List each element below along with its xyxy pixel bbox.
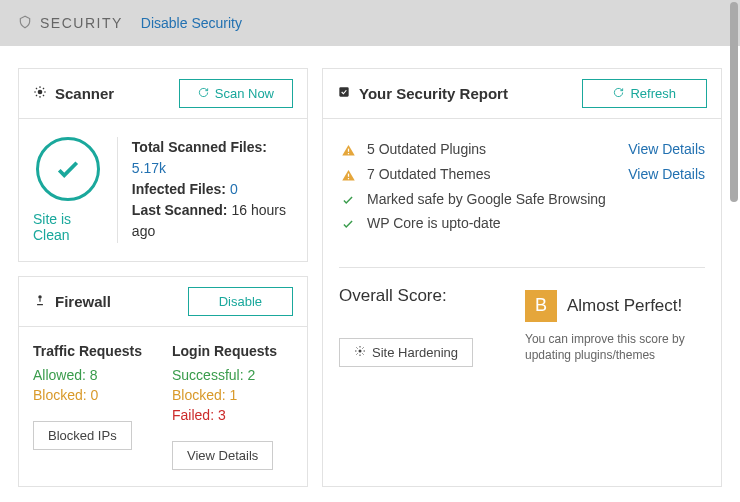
shield-icon	[18, 15, 32, 32]
firewall-title: Firewall	[33, 293, 111, 310]
traffic-allowed: Allowed: 8	[33, 367, 154, 383]
topbar: SECURITY Disable Security	[0, 0, 740, 46]
report-item: 7 Outdated ThemesView Details	[339, 162, 705, 187]
svg-point-7	[359, 350, 362, 353]
disable-firewall-button[interactable]: Disable	[188, 287, 293, 316]
report-icon	[337, 85, 351, 102]
site-hardening-button[interactable]: Site Hardening	[339, 338, 473, 367]
login-blocked: Blocked: 1	[172, 387, 293, 403]
report-item: WP Core is upto-date	[339, 211, 705, 235]
check-icon	[339, 193, 357, 207]
divider	[339, 267, 705, 268]
report-item-text: 7 Outdated Themes	[367, 166, 628, 182]
blocked-ips-button[interactable]: Blocked IPs	[33, 421, 132, 450]
scan-now-button[interactable]: Scan Now	[179, 79, 293, 108]
svg-rect-3	[347, 149, 348, 152]
site-status: Site is Clean	[33, 211, 103, 243]
report-item-text: WP Core is upto-date	[367, 215, 705, 231]
grade-text: Almost Perfect!	[567, 296, 682, 316]
check-icon	[339, 217, 357, 231]
refresh-button[interactable]: Refresh	[582, 79, 707, 108]
svg-rect-2	[339, 87, 348, 96]
report-item-text: Marked safe by Google Safe Browsing	[367, 191, 705, 207]
view-details-link[interactable]: View Details	[628, 141, 705, 157]
overall-score-label: Overall Score:	[339, 286, 503, 306]
total-scanned-value[interactable]: 5.17k	[132, 158, 293, 179]
grade-badge: B	[525, 290, 557, 322]
refresh-icon	[198, 86, 209, 101]
scanner-icon	[33, 85, 47, 102]
report-item: Marked safe by Google Safe Browsing	[339, 187, 705, 211]
traffic-blocked: Blocked: 0	[33, 387, 154, 403]
svg-rect-5	[347, 174, 348, 177]
svg-point-0	[38, 90, 43, 95]
firewall-view-details-button[interactable]: View Details	[172, 441, 273, 470]
report-item: 5 Outdated PluginsView Details	[339, 137, 705, 162]
gear-icon	[354, 345, 366, 360]
view-details-link[interactable]: View Details	[628, 166, 705, 182]
security-report-card: Your Security Report Refresh 5 Outdated …	[322, 68, 722, 487]
report-title: Your Security Report	[337, 85, 508, 102]
firewall-card: Firewall Disable Traffic Requests Allowe…	[18, 276, 308, 487]
warning-icon	[339, 168, 357, 183]
svg-rect-6	[347, 178, 348, 179]
content: Scanner Scan Now Site is Clean T	[0, 46, 740, 502]
clean-badge	[36, 137, 100, 201]
scan-stats: Total Scanned Files: 5.17k Infected File…	[117, 137, 293, 243]
scrollbar[interactable]	[730, 2, 738, 202]
warning-icon	[339, 143, 357, 158]
scanner-title: Scanner	[33, 85, 114, 102]
page-title-text: SECURITY	[40, 15, 123, 31]
disable-security-link[interactable]: Disable Security	[141, 15, 242, 31]
infected-value[interactable]: 0	[230, 181, 238, 197]
refresh-icon	[613, 86, 624, 101]
firewall-icon	[33, 293, 47, 310]
traffic-requests-head: Traffic Requests	[33, 343, 154, 359]
login-requests-head: Login Requests	[172, 343, 293, 359]
login-failed: Failed: 3	[172, 407, 293, 423]
svg-rect-4	[347, 153, 348, 154]
login-successful: Successful: 2	[172, 367, 293, 383]
svg-point-1	[38, 295, 42, 299]
improve-hint: You can improve this score by updating p…	[525, 332, 705, 363]
report-item-text: 5 Outdated Plugins	[367, 141, 628, 157]
page-title: SECURITY	[18, 15, 123, 32]
scanner-card: Scanner Scan Now Site is Clean T	[18, 68, 308, 262]
